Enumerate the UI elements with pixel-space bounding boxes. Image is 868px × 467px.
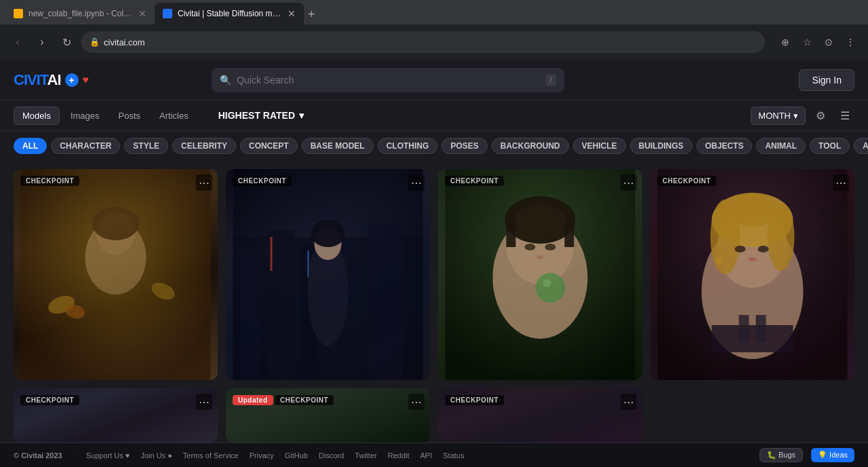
footer-discord[interactable]: Discord (319, 451, 344, 460)
cards-grid: CHECKPOINT ⋯ (0, 161, 868, 388)
nav-bar: ‹ › ↻ 🔒 civitai.com ⊕ ☆ ⊙ ⋮ (0, 24, 868, 60)
cat-character[interactable]: CHARACTER (51, 138, 120, 154)
category-bar: ALL CHARACTER STYLE CELEBRITY CONCEPT BA… (0, 131, 868, 161)
month-filter[interactable]: MONTH ▾ (751, 107, 806, 125)
extensions-button[interactable]: ⊕ (776, 33, 795, 52)
bookmark-button[interactable]: ☆ (797, 33, 816, 52)
svg-rect-12 (369, 223, 403, 380)
filter-icon-button[interactable]: ⚙ (811, 106, 830, 125)
cat-vehicle[interactable]: VEHICLE (573, 138, 626, 154)
card-dreamshaper[interactable]: CHECKPOINT ⋯ (14, 169, 218, 380)
filter-group: MONTH ▾ ⚙ ☰ (751, 106, 854, 125)
bottom-badge-1: CHECKPOINT (20, 395, 79, 405)
card-menu-epicrealism[interactable]: ⋯ (620, 174, 637, 191)
bottom-menu-3[interactable]: ⋯ (620, 394, 637, 410)
reload-button[interactable]: ↻ (57, 33, 76, 52)
footer-status[interactable]: Status (443, 451, 464, 460)
cat-concept[interactable]: CONCEPT (240, 138, 298, 154)
svg-rect-23 (565, 220, 574, 247)
logo-heart-icon[interactable]: ♥ (83, 74, 90, 86)
cat-buildings[interactable]: BUILDINGS (630, 138, 692, 154)
tab-close-civitai[interactable]: ✕ (288, 8, 296, 19)
footer-privacy[interactable]: Privacy (250, 451, 274, 460)
footer-support[interactable]: Support Us ♥ (86, 451, 130, 460)
svg-point-35 (729, 193, 776, 227)
bottom-badge-3: CHECKPOINT (445, 395, 504, 405)
search-input[interactable] (237, 75, 540, 86)
cat-style[interactable]: STYLE (124, 138, 168, 154)
bottom-badge-2-checkpoint: CHECKPOINT (275, 395, 334, 405)
browser-chrome: new_colab_file.ipynb - Collabora... ✕ Ci… (0, 0, 868, 60)
card-menu-dreamshaper[interactable]: ⋯ (196, 174, 212, 191)
menu-button[interactable]: ⋮ (841, 33, 860, 52)
card-menu-cetus-mix[interactable]: ⋯ (408, 174, 425, 191)
cat-objects[interactable]: OBJECTS (696, 138, 753, 154)
card-badge-xxmix: CHECKPOINT (657, 176, 716, 186)
cat-tool[interactable]: TOOL (810, 138, 850, 154)
bottom-card-3[interactable]: CHECKPOINT ⋯ (438, 388, 642, 443)
card-cetus-mix[interactable]: CHECKPOINT ⋯ (226, 169, 430, 380)
address-bar[interactable]: 🔒 civitai.com (81, 31, 765, 53)
nav-posts[interactable]: Posts (111, 107, 149, 125)
svg-rect-13 (271, 237, 273, 271)
forward-button[interactable]: › (33, 33, 52, 52)
card-epicrealism[interactable]: CHECKPOINT ⋯ (438, 169, 642, 380)
cat-poses[interactable]: POSES (441, 138, 487, 154)
nav-images[interactable]: Images (62, 107, 108, 125)
address-text: civitai.com (104, 37, 757, 48)
nav-models[interactable]: Models (14, 107, 60, 125)
card-menu-xxmix[interactable]: ⋯ (833, 174, 849, 191)
cat-all[interactable]: ALL (14, 138, 47, 154)
new-tab-button[interactable]: + (304, 7, 319, 22)
footer-reddit[interactable]: Reddit (388, 451, 410, 460)
sort-label: HIGHEST RATED (218, 110, 295, 121)
cat-clothing[interactable]: CLOTHING (378, 138, 438, 154)
footer-github[interactable]: GitHub (285, 451, 308, 460)
back-button[interactable]: ‹ (8, 33, 27, 52)
cat-celebrity[interactable]: CELEBRITY (172, 138, 236, 154)
svg-point-38 (749, 257, 757, 261)
bottom-card-1[interactable]: CHECKPOINT ⋯ (14, 388, 218, 443)
footer-api[interactable]: API (420, 451, 433, 460)
cat-animal[interactable]: ANIMAL (756, 138, 806, 154)
search-bar[interactable]: 🔍 / (212, 68, 564, 92)
tab-label-civitai: Civitai | Stable Diffusion models... (178, 9, 282, 18)
ideas-button[interactable]: 💡 Ideas (811, 448, 854, 462)
svg-point-17 (311, 220, 345, 247)
cetus-mix-illustration (226, 169, 430, 380)
tab-favicon-colab (14, 9, 23, 18)
cat-action[interactable]: ACTION (854, 138, 868, 154)
nav-articles[interactable]: Articles (151, 107, 197, 125)
svg-rect-42 (756, 315, 766, 342)
profile-button[interactable]: ⊙ (819, 33, 838, 52)
cat-background[interactable]: BACKGROUND (492, 138, 569, 154)
cat-base-model[interactable]: BASE MODEL (302, 138, 374, 154)
sort-button[interactable]: HIGHEST RATED ▾ (213, 107, 309, 124)
tab-civitai[interactable]: Civitai | Stable Diffusion models... ✕ (155, 3, 304, 24)
svg-point-25 (545, 244, 556, 250)
card-xxmix[interactable]: CHECKPOINT ⋯ (650, 169, 854, 380)
footer-join[interactable]: Join Us ● (140, 451, 172, 460)
tab-close-colab[interactable]: ✕ (138, 8, 146, 19)
svg-point-28 (543, 279, 551, 287)
bottom-badge-2-updated: Updated (233, 395, 273, 405)
bottom-menu-1[interactable]: ⋯ (196, 394, 212, 410)
bottom-menu-2[interactable]: ⋯ (408, 394, 425, 410)
search-shortcut: / (546, 74, 556, 86)
tab-bar: new_colab_file.ipynb - Collabora... ✕ Ci… (0, 0, 868, 24)
footer-terms[interactable]: Terms of Service (183, 451, 239, 460)
tab-colab[interactable]: new_colab_file.ipynb - Collabora... ✕ (5, 3, 155, 24)
footer-copyright: © Civitai 2023 (14, 451, 62, 460)
svg-point-36 (735, 246, 746, 253)
bugs-button[interactable]: 🐛 Bugs (760, 448, 803, 462)
search-icon: 🔍 (220, 75, 231, 86)
grid-view-button[interactable]: ☰ (835, 106, 854, 125)
sign-in-button[interactable]: Sign In (799, 69, 854, 91)
bottom-card-2[interactable]: Updated CHECKPOINT ⋯ (226, 388, 430, 443)
footer-twitter[interactable]: Twitter (355, 451, 376, 460)
logo-plus-button[interactable]: + (65, 73, 79, 87)
svg-point-39 (715, 257, 722, 264)
app: CIVITAI + ♥ 🔍 / Sign In Models Images Po… (0, 60, 868, 467)
footer-separator: · (73, 451, 75, 460)
svg-point-37 (758, 246, 769, 253)
